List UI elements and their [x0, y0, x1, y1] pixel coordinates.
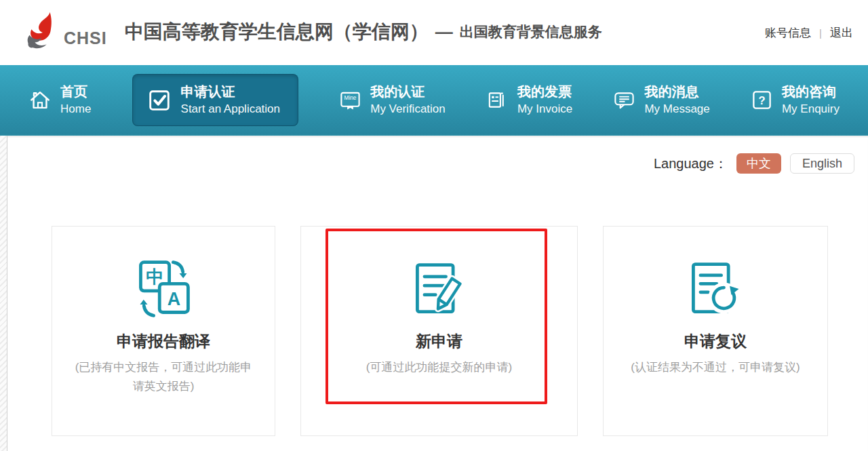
- card-subtitle: (已持有中文报告，可通过此功能申请英文报告): [52, 358, 275, 396]
- nav-label-en: My Enquiry: [782, 101, 840, 117]
- translate-icon: 中 A: [130, 256, 197, 321]
- card-title: 新申请: [416, 331, 462, 352]
- card-subtitle: (认证结果为不通过，可申请复议): [613, 358, 817, 377]
- card-title: 申请复议: [684, 331, 747, 352]
- link-divider: |: [819, 27, 822, 39]
- nav-label-en: My Invoice: [517, 101, 572, 117]
- svg-text:?: ?: [758, 94, 765, 106]
- chsi-logo[interactable]: CHSI: [23, 12, 107, 54]
- language-chinese-button[interactable]: 中文: [736, 153, 781, 174]
- card-title: 申请报告翻译: [117, 331, 210, 352]
- account-info-link[interactable]: 账号信息: [765, 25, 811, 41]
- nav-item-home[interactable]: 首页 Home: [28, 83, 91, 117]
- nav-label-zh: 申请认证: [181, 83, 280, 101]
- card-new-application[interactable]: 新申请 (可通过此功能提交新的申请): [300, 226, 578, 436]
- nav-item-my-enquiry[interactable]: ? 我的咨询 My Enquiry: [751, 83, 840, 117]
- message-icon: [613, 89, 635, 111]
- nav-label-zh: 我的咨询: [782, 83, 840, 101]
- site-title-dash: —: [435, 22, 453, 43]
- page-header: CHSI 中国高等教育学生信息网（学信网） — 出国教育背景信息服务 账号信息 …: [0, 0, 868, 65]
- nav-label-en: My Message: [644, 101, 709, 117]
- question-icon: ?: [751, 89, 773, 111]
- left-gutter-hatch: [0, 136, 7, 451]
- card-report-translation[interactable]: 中 A 申请报告翻译 (已持有中文报告，可通过此功能申请英文报告): [52, 226, 275, 436]
- nav-label-en: My Verification: [370, 101, 446, 117]
- review-icon: [684, 256, 747, 321]
- mine-badge-icon: Mine: [339, 89, 361, 111]
- home-icon: [28, 89, 52, 112]
- svg-text:A: A: [167, 289, 180, 309]
- nav-item-my-message[interactable]: 我的消息 My Message: [613, 83, 709, 117]
- site-title-sub: 出国教育背景信息服务: [460, 22, 602, 41]
- phoenix-bird-icon: [23, 12, 60, 52]
- site-title-main: 中国高等教育学生信息网（学信网）: [125, 19, 429, 45]
- card-review-request[interactable]: 申请复议 (认证结果为不通过，可申请复议): [603, 226, 828, 436]
- nav-label-zh: 我的发票: [517, 83, 572, 101]
- invoice-icon: [486, 89, 509, 111]
- nav-label-en: Start an Application: [181, 101, 280, 117]
- main-nav: 首页 Home 申请认证 Start an Application Mine 我…: [0, 65, 868, 136]
- nav-label-zh: 首页: [60, 83, 91, 101]
- nav-label-en: Home: [60, 101, 91, 117]
- new-application-icon: [408, 256, 471, 321]
- main-content: Language： 中文 English 中 A 申请报告: [0, 136, 868, 451]
- language-switcher: Language： 中文 English: [654, 153, 854, 174]
- nav-item-my-verification[interactable]: Mine 我的认证 My Verification: [339, 83, 446, 117]
- header-links: 账号信息 | 退出: [765, 25, 853, 41]
- site-title: 中国高等教育学生信息网（学信网） — 出国教育背景信息服务: [125, 19, 602, 45]
- logo-text: CHSI: [64, 28, 107, 48]
- nav-label-zh: 我的消息: [644, 83, 709, 101]
- card-subtitle: (可通过此功能提交新的申请): [349, 358, 530, 377]
- action-cards: 中 A 申请报告翻译 (已持有中文报告，可通过此功能申请英文报告): [52, 226, 828, 436]
- nav-item-start-application[interactable]: 申请认证 Start an Application: [132, 74, 298, 126]
- logout-link[interactable]: 退出: [830, 25, 853, 41]
- language-english-button[interactable]: English: [790, 153, 854, 174]
- checkbox-icon: [146, 87, 172, 113]
- nav-item-my-invoice[interactable]: 我的发票 My Invoice: [486, 83, 572, 117]
- nav-label-zh: 我的认证: [370, 83, 446, 101]
- language-label: Language：: [654, 155, 728, 173]
- svg-text:Mine: Mine: [344, 95, 357, 101]
- svg-text:中: 中: [146, 267, 164, 286]
